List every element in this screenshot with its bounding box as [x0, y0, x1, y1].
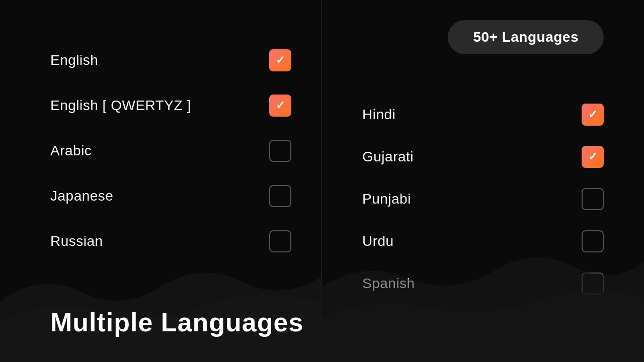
language-name: Japanese [50, 188, 113, 204]
right-language-list: Hindi Gujarati Punjabi Urdu Spanish [362, 95, 604, 304]
list-item: Punjabi [362, 179, 604, 219]
list-item: Japanese [50, 176, 291, 216]
russian-checkbox[interactable] [269, 230, 291, 252]
japanese-checkbox[interactable] [269, 185, 291, 207]
list-item: Arabic [50, 131, 291, 171]
language-name: Gujarati [362, 149, 414, 165]
punjabi-checkbox[interactable] [582, 188, 604, 210]
hindi-checkbox[interactable] [582, 104, 604, 126]
urdu-checkbox[interactable] [582, 230, 604, 252]
language-name: Spanish [362, 276, 415, 292]
badge-container: 50+ Languages [362, 20, 604, 54]
list-item: English [ QWERTYZ ] [50, 85, 291, 126]
language-name: Hindi [362, 107, 395, 123]
language-name: Arabic [50, 143, 92, 159]
list-item: Gujarati [362, 137, 604, 177]
language-name: Punjabi [362, 191, 411, 207]
language-name: Russian [50, 233, 103, 249]
list-item: Hindi [362, 95, 604, 135]
english-qwertyz-checkbox[interactable] [269, 95, 291, 117]
left-panel: English English [ QWERTYZ ] Arabic Japan… [0, 0, 322, 362]
english-checkbox[interactable] [269, 49, 291, 71]
right-panel: 50+ Languages Hindi Gujarati Punjabi Urd… [322, 0, 644, 362]
list-item: Spanish [362, 263, 604, 304]
list-item: Urdu [362, 221, 604, 261]
gujarati-checkbox[interactable] [582, 146, 604, 168]
language-name: Urdu [362, 233, 394, 249]
main-container: English English [ QWERTYZ ] Arabic Japan… [0, 0, 644, 362]
language-name: English [50, 52, 98, 68]
spanish-checkbox[interactable] [582, 273, 604, 295]
list-item: Russian [50, 221, 291, 261]
languages-badge: 50+ Languages [448, 20, 604, 54]
page-title: Multiple Languages [50, 308, 303, 337]
language-name: English [ QWERTYZ ] [50, 98, 191, 114]
left-language-list: English English [ QWERTYZ ] Arabic Japan… [50, 40, 291, 332]
list-item: English [50, 40, 291, 80]
arabic-checkbox[interactable] [269, 140, 291, 162]
